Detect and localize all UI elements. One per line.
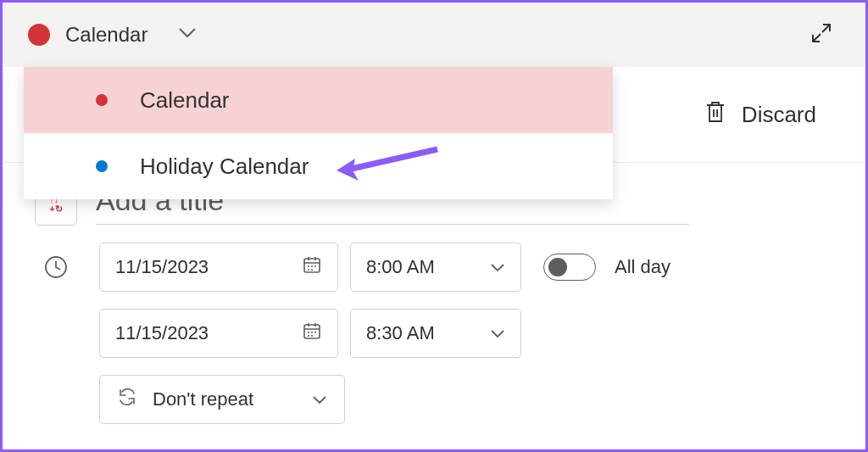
dropdown-item-holiday-calendar[interactable]: Holiday Calendar: [24, 133, 613, 199]
svg-point-3: [311, 265, 313, 267]
svg-point-10: [314, 332, 316, 333]
header-bar: Calendar: [3, 3, 865, 67]
end-datetime-row: 11/15/2023 8:30 AM: [35, 309, 821, 358]
trash-icon: [704, 99, 726, 131]
repeat-label: Don't repeat: [153, 388, 253, 410]
svg-point-8: [308, 332, 309, 333]
calendar-dot-icon: [96, 94, 108, 106]
expand-icon[interactable]: [810, 21, 833, 48]
dropdown-item-label: Calendar: [140, 87, 230, 114]
svg-point-5: [308, 269, 309, 271]
calendar-color-icon: [28, 24, 50, 46]
svg-point-11: [308, 335, 309, 337]
calendar-dot-icon: [96, 160, 108, 172]
start-date-value: 11/15/2023: [115, 256, 209, 278]
svg-point-9: [311, 332, 313, 333]
end-date-input[interactable]: 11/15/2023: [99, 309, 338, 358]
svg-point-12: [311, 335, 313, 337]
svg-point-6: [311, 269, 313, 271]
start-date-input[interactable]: 11/15/2023: [99, 243, 338, 292]
clock-icon: [35, 254, 77, 280]
repeat-icon: [117, 387, 137, 412]
all-day-toggle-container: All day: [543, 254, 670, 281]
dropdown-item-label: Holiday Calendar: [140, 153, 309, 180]
chevron-down-icon: [490, 322, 505, 344]
chevron-down-icon: [178, 27, 197, 42]
calendar-icon: [302, 321, 322, 346]
calendar-selector-label: Calendar: [65, 23, 147, 47]
event-form: ↑↓+↻ 11/15/2023 8:00 AM All day 11/15/20…: [3, 163, 865, 424]
calendar-dropdown-menu: Calendar Holiday Calendar: [24, 67, 613, 199]
dropdown-item-calendar[interactable]: Calendar: [24, 67, 613, 133]
svg-point-2: [308, 265, 309, 267]
chevron-down-icon: [490, 256, 505, 278]
svg-point-4: [314, 265, 316, 267]
repeat-row: Don't repeat: [35, 375, 821, 424]
calendar-icon: [302, 254, 322, 280]
end-date-value: 11/15/2023: [115, 322, 209, 344]
start-datetime-row: 11/15/2023 8:00 AM All day: [35, 243, 821, 292]
all-day-toggle[interactable]: [543, 254, 596, 281]
chevron-down-icon: [312, 388, 327, 410]
toggle-thumb: [548, 258, 567, 276]
end-time-input[interactable]: 8:30 AM: [350, 309, 521, 358]
repeat-selector[interactable]: Don't repeat: [99, 375, 345, 424]
discard-label: Discard: [742, 102, 816, 128]
start-time-input[interactable]: 8:00 AM: [350, 243, 521, 292]
calendar-selector[interactable]: Calendar: [28, 23, 197, 47]
end-time-value: 8:30 AM: [366, 322, 435, 344]
all-day-label: All day: [615, 256, 670, 278]
start-time-value: 8:00 AM: [366, 256, 435, 278]
discard-button[interactable]: Discard: [704, 99, 816, 131]
